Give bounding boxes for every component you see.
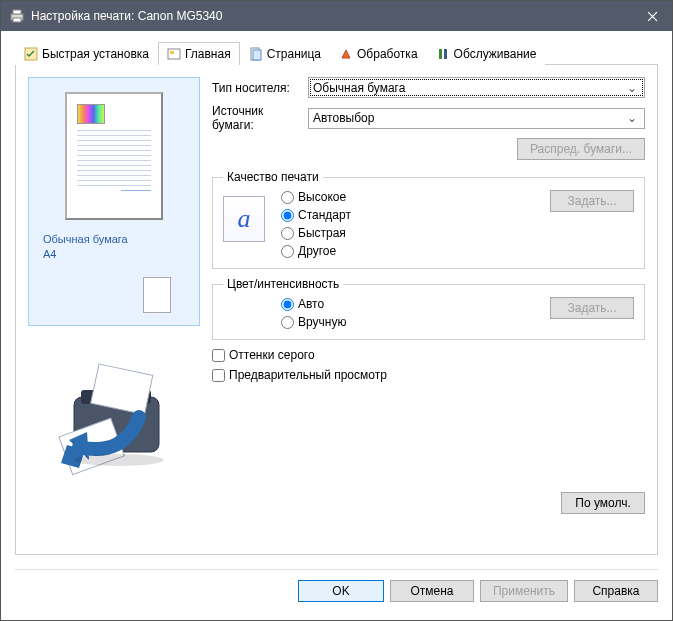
defaults-button[interactable]: По умолч. <box>561 492 645 514</box>
help-button[interactable]: Справка <box>574 580 658 602</box>
quality-high-radio[interactable]: Высокое <box>281 190 351 204</box>
cancel-button[interactable]: Отмена <box>390 580 474 602</box>
tab-strip: Быстрая установка Главная Страница Обраб… <box>15 41 658 65</box>
color-manual-radio[interactable]: Вручную <box>281 315 346 329</box>
main-icon <box>167 47 181 61</box>
svg-rect-8 <box>439 49 442 59</box>
quick-setup-icon <box>24 47 38 61</box>
quality-other-radio[interactable]: Другое <box>281 244 351 258</box>
page-icon <box>249 47 263 61</box>
tab-page[interactable]: Страница <box>240 42 330 65</box>
quality-fast-radio[interactable]: Быстрая <box>281 226 351 240</box>
maintenance-icon <box>436 47 450 61</box>
printer-icon <box>9 8 25 24</box>
tab-label: Страница <box>267 47 321 61</box>
quality-set-button[interactable]: Задать... <box>550 190 634 212</box>
effects-icon <box>339 47 353 61</box>
preview-checkbox[interactable]: Предварительный просмотр <box>212 368 645 382</box>
tab-maintenance[interactable]: Обслуживание <box>427 42 546 65</box>
svg-rect-7 <box>253 50 261 60</box>
media-type-select[interactable]: Обычная бумага ⌄ <box>308 77 645 98</box>
svg-rect-9 <box>444 49 447 59</box>
close-button[interactable] <box>632 1 672 31</box>
paper-source-select[interactable]: Автовыбор ⌄ <box>308 108 645 129</box>
window-title: Настройка печати: Canon MG5340 <box>31 9 632 23</box>
page-preview <box>65 92 163 220</box>
paper-source-label: Источник бумаги: <box>212 104 308 132</box>
paper-source-value: Автовыбор <box>313 111 374 125</box>
settings-column: Тип носителя: Обычная бумага ⌄ Источник … <box>212 77 645 542</box>
apply-button[interactable]: Применить <box>480 580 568 602</box>
tab-effects[interactable]: Обработка <box>330 42 427 65</box>
svg-rect-1 <box>13 10 21 14</box>
svg-point-16 <box>74 454 164 466</box>
tab-label: Быстрая установка <box>42 47 149 61</box>
color-intensity-group: Цвет/интенсивность Авто Вручную Задать..… <box>212 277 645 340</box>
print-quality-legend: Качество печати <box>223 170 323 184</box>
color-auto-radio[interactable]: Авто <box>281 297 346 311</box>
titlebar: Настройка печати: Canon MG5340 <box>1 1 672 31</box>
dialog-button-row: OK Отмена Применить Справка <box>1 570 672 612</box>
preview-column: Обычная бумага A4 <box>28 77 200 542</box>
tab-label: Главная <box>185 47 231 61</box>
color-intensity-legend: Цвет/интенсивность <box>223 277 343 291</box>
print-quality-group: Качество печати a Высокое Стандарт Быстр… <box>212 170 645 269</box>
quality-sample-icon: a <box>223 196 265 242</box>
preview-box: Обычная бумага A4 <box>28 77 200 326</box>
media-type-value: Обычная бумага <box>313 81 405 95</box>
preview-media-label: Обычная бумага <box>43 232 185 247</box>
tab-label: Обслуживание <box>454 47 537 61</box>
print-settings-window: Настройка печати: Canon MG5340 Быстрая у… <box>0 0 673 621</box>
paper-allocation-button[interactable]: Распред. бумаги... <box>517 138 645 160</box>
tab-main[interactable]: Главная <box>158 42 240 65</box>
dialog-content: Быстрая установка Главная Страница Обраб… <box>1 31 672 569</box>
tab-label: Обработка <box>357 47 418 61</box>
mini-page-icon <box>143 277 171 313</box>
tab-quick-setup[interactable]: Быстрая установка <box>15 42 158 65</box>
chevron-down-icon: ⌄ <box>624 81 640 95</box>
tab-panel-main: Обычная бумага A4 <box>15 65 658 555</box>
color-set-button[interactable]: Задать... <box>550 297 634 319</box>
printer-illustration <box>39 342 189 492</box>
chevron-down-icon: ⌄ <box>624 111 640 125</box>
svg-rect-5 <box>170 51 174 54</box>
svg-rect-2 <box>13 18 21 22</box>
media-type-label: Тип носителя: <box>212 81 308 95</box>
preview-size-label: A4 <box>43 247 185 262</box>
quality-standard-radio[interactable]: Стандарт <box>281 208 351 222</box>
color-swatch-icon <box>77 104 105 124</box>
grayscale-checkbox[interactable]: Оттенки серого <box>212 348 645 362</box>
ok-button[interactable]: OK <box>298 580 384 602</box>
